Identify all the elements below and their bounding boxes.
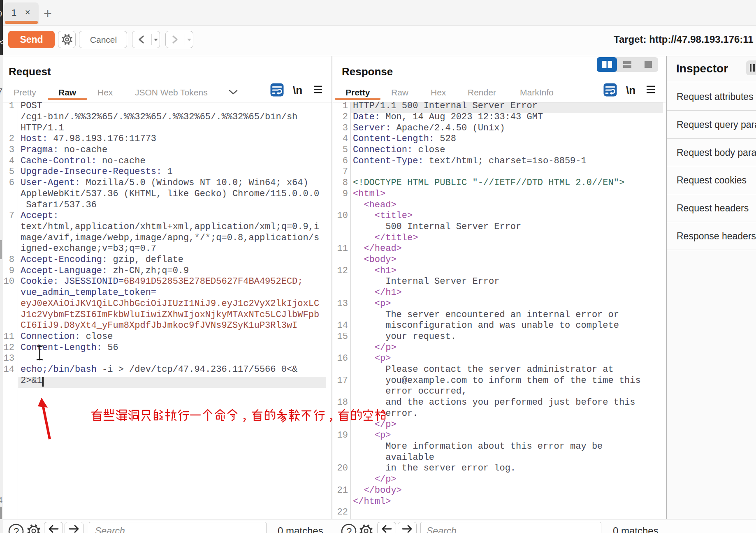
svg-text:?: ? (14, 526, 19, 533)
svg-text:?: ? (346, 526, 352, 533)
